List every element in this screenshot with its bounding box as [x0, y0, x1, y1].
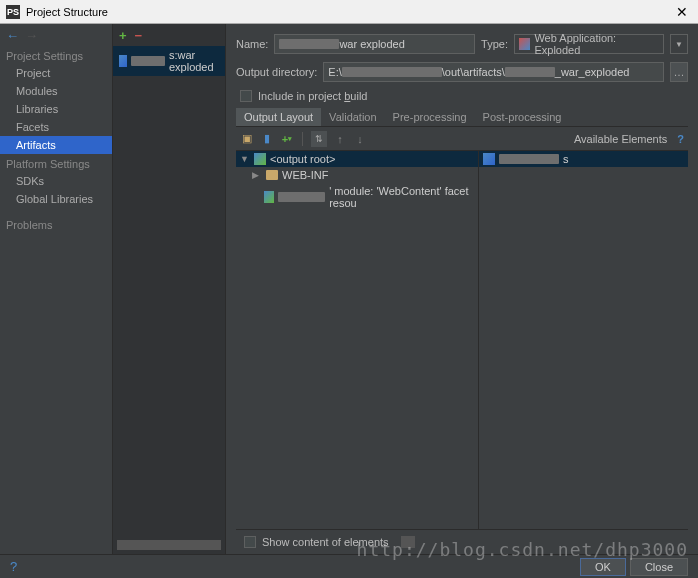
bottom-options: Show content of elements	[236, 529, 688, 554]
browse-button[interactable]: …	[670, 62, 688, 82]
move-up-icon: ↑	[333, 132, 347, 146]
layout-toolbar: ▣ ▮ +▾ ⇅ ↑ ↓ Available Elements ?	[236, 127, 688, 151]
footer: ? OK Close	[0, 554, 698, 578]
sidebar-item-artifacts[interactable]: Artifacts	[0, 136, 112, 154]
separator	[302, 132, 303, 146]
tab-output-layout[interactable]: Output Layout	[236, 108, 321, 126]
available-tree[interactable]: s	[478, 151, 688, 529]
outdir-label: Output directory:	[236, 66, 317, 78]
blurred-text	[131, 56, 165, 66]
help-icon[interactable]: ?	[677, 133, 684, 145]
folder-icon	[266, 170, 278, 180]
tree-module[interactable]: ' module: 'WebContent' facet resou	[236, 183, 478, 211]
outdir-input[interactable]: E:\ \out\artifacts\ _war_exploded	[323, 62, 664, 82]
new-folder-icon[interactable]: ▣	[240, 132, 254, 146]
sidebar-item-problems[interactable]: Problems	[0, 216, 112, 234]
available-item[interactable]: s	[479, 151, 688, 167]
name-input[interactable]: war exploded	[274, 34, 475, 54]
name-value-suffix: war exploded	[339, 38, 404, 50]
available-elements-label: Available Elements	[574, 133, 667, 145]
output-tree[interactable]: ▼ <output root> ▶ WEB-INF ' module: 'Web…	[236, 151, 478, 529]
add-copy-icon[interactable]: +▾	[280, 132, 294, 146]
sidebar-section-platform: Platform Settings	[0, 154, 112, 172]
type-value: Web Application: Exploded	[534, 32, 659, 56]
artifact-item[interactable]: s:war exploded	[113, 46, 225, 76]
forward-icon: →	[25, 28, 38, 43]
type-label: Type:	[481, 38, 508, 50]
content-pane: Name: war exploded Type: Web Application…	[226, 24, 698, 554]
artifact-toolbar: + −	[113, 24, 225, 46]
remove-icon[interactable]: −	[135, 28, 143, 43]
tab-preprocessing[interactable]: Pre-processing	[385, 108, 475, 126]
blurred-text	[505, 67, 555, 77]
module-icon	[483, 153, 495, 165]
show-content-label[interactable]: Show content of elements	[262, 536, 389, 548]
blurred-text	[342, 67, 442, 77]
artifact-icon	[119, 55, 127, 67]
sidebar-nav: ← →	[0, 24, 112, 46]
tree-root[interactable]: ▼ <output root>	[236, 151, 478, 167]
sidebar-item-libraries[interactable]: Libraries	[0, 100, 112, 118]
tree-module-label: ' module: 'WebContent' facet resou	[329, 185, 474, 209]
sidebar-section-project: Project Settings	[0, 46, 112, 64]
tree-area: ▼ <output root> ▶ WEB-INF ' module: 'Web…	[236, 151, 688, 529]
include-label[interactable]: Include in project build	[258, 90, 367, 102]
help-button[interactable]: ?	[10, 559, 17, 574]
close-button[interactable]: Close	[630, 558, 688, 576]
sidebar-item-modules[interactable]: Modules	[0, 82, 112, 100]
expand-icon[interactable]: ▶	[252, 170, 262, 180]
titlebar: PS Project Structure ✕	[0, 0, 698, 24]
element-icon[interactable]	[401, 536, 415, 548]
blurred-text	[279, 39, 339, 49]
outdir-suffix: _war_exploded	[555, 66, 630, 78]
sidebar-item-global-libraries[interactable]: Global Libraries	[0, 190, 112, 208]
scrollbar-horizontal[interactable]	[117, 540, 221, 550]
tree-webinf[interactable]: ▶ WEB-INF	[236, 167, 478, 183]
tab-validation[interactable]: Validation	[321, 108, 385, 126]
outdir-prefix: E:\	[328, 66, 341, 78]
app-icon: PS	[6, 5, 20, 19]
available-suffix: s	[563, 153, 569, 165]
tab-postprocessing[interactable]: Post-processing	[475, 108, 570, 126]
artifact-list: + − s:war exploded	[113, 24, 226, 554]
expand-icon[interactable]: ▼	[240, 154, 250, 164]
output-root-icon	[254, 153, 266, 165]
tree-webinf-label: WEB-INF	[282, 169, 328, 181]
module-icon	[264, 191, 274, 203]
sidebar: ← → Project Settings Project Modules Lib…	[0, 24, 113, 554]
tabs: Output Layout Validation Pre-processing …	[236, 108, 688, 127]
move-down-icon: ↓	[353, 132, 367, 146]
show-content-checkbox[interactable]	[244, 536, 256, 548]
window-title: Project Structure	[26, 6, 672, 18]
back-icon[interactable]: ←	[6, 28, 19, 43]
sidebar-item-facets[interactable]: Facets	[0, 118, 112, 136]
blurred-text	[278, 192, 325, 202]
sort-icon[interactable]: ⇅	[311, 131, 327, 147]
artifact-suffix: s:war exploded	[169, 49, 219, 73]
type-icon	[519, 38, 530, 50]
include-checkbox[interactable]	[240, 90, 252, 102]
new-file-icon[interactable]: ▮	[260, 132, 274, 146]
dropdown-arrow-icon[interactable]: ▼	[670, 34, 688, 54]
outdir-mid: \out\artifacts\	[442, 66, 505, 78]
type-dropdown[interactable]: Web Application: Exploded	[514, 34, 664, 54]
sidebar-item-sdks[interactable]: SDKs	[0, 172, 112, 190]
ok-button[interactable]: OK	[580, 558, 626, 576]
name-label: Name:	[236, 38, 268, 50]
close-icon[interactable]: ✕	[672, 4, 692, 20]
add-icon[interactable]: +	[119, 28, 127, 43]
tree-root-label: <output root>	[270, 153, 335, 165]
sidebar-item-project[interactable]: Project	[0, 64, 112, 82]
blurred-text	[499, 154, 559, 164]
